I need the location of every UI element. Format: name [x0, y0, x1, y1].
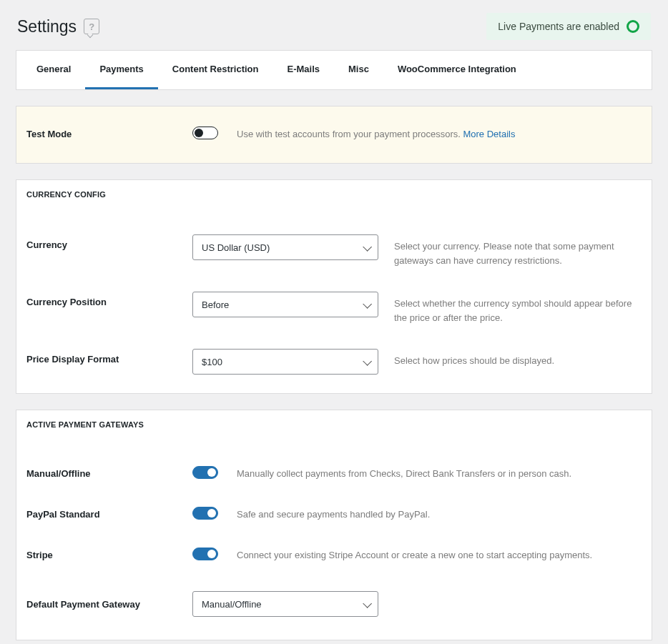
currency-config-panel: Currency Config Currency US Dollar (USD)… [16, 179, 652, 394]
page-title: Settings [17, 17, 77, 36]
toggle-knob [207, 509, 216, 517]
currency-config-title: Currency Config [26, 190, 642, 214]
gateways-panel: Active Payment Gateways Manual/Offline M… [16, 410, 652, 640]
gateway-toggle-manual[interactable] [192, 466, 218, 479]
toggle-knob [207, 550, 216, 558]
price-format-select[interactable]: $100 [192, 349, 378, 375]
tab-payments[interactable]: Payments [85, 51, 157, 89]
currency-position-control: Before [192, 292, 378, 317]
currency-description: Select your currency. Please note that s… [378, 234, 642, 267]
price-format-control: $100 [192, 349, 378, 375]
more-details-link[interactable]: More Details [463, 129, 515, 139]
currency-select[interactable]: US Dollar (USD) [192, 234, 378, 260]
gateway-row-manual: Manual/Offline Manually collect payments… [26, 445, 642, 494]
gateway-label-stripe: Stripe [26, 550, 192, 560]
page-header: Settings ? Live Payments are enabled [0, 0, 668, 50]
gateway-toggle-wrap-paypal [192, 507, 237, 522]
currency-label: Currency [26, 234, 192, 250]
price-format-description: Select how prices should be displayed. [378, 349, 642, 368]
gateway-desc-stripe: Connect your existing Stripe Account or … [237, 550, 642, 560]
test-mode-description: Use with test accounts from your payment… [237, 127, 642, 142]
gateway-row-stripe: Stripe Connect your existing Stripe Acco… [26, 535, 642, 575]
currency-position-description: Select whether the currency symbol shoul… [378, 292, 642, 325]
tab-content-restriction[interactable]: Content Restriction [158, 51, 273, 89]
gateway-toggle-stripe[interactable] [192, 548, 218, 560]
gateway-toggle-wrap-stripe [192, 548, 237, 563]
currency-position-select[interactable]: Before [192, 292, 378, 317]
test-mode-label: Test Mode [26, 129, 192, 139]
default-gateway-control: Manual/Offline [192, 591, 378, 617]
gateway-label-paypal: PayPal Standard [26, 509, 192, 520]
gateway-desc-manual: Manually collect payments from Checks, D… [237, 468, 642, 479]
test-mode-desc-text: Use with test accounts from your payment… [237, 129, 463, 139]
test-mode-control [192, 127, 237, 142]
tab-emails[interactable]: E-Mails [272, 51, 334, 89]
test-mode-panel: Test Mode Use with test accounts from yo… [16, 106, 652, 164]
tab-woocommerce[interactable]: WooCommerce Integration [383, 51, 531, 89]
test-mode-toggle[interactable] [192, 127, 218, 139]
gateway-row-paypal: PayPal Standard Safe and secure payments… [26, 494, 642, 535]
gateway-label-manual: Manual/Offline [26, 468, 192, 479]
currency-row: Currency US Dollar (USD) Select your cur… [26, 214, 642, 270]
gateway-desc-paypal: Safe and secure payments handled by PayP… [237, 509, 642, 520]
toggle-knob [207, 468, 216, 477]
currency-position-row: Currency Position Before Select whether … [26, 270, 642, 327]
status-text: Live Payments are enabled [498, 21, 619, 32]
tabs-nav: General Payments Content Restriction E-M… [16, 50, 652, 90]
tab-misc[interactable]: Misc [334, 51, 383, 89]
gateway-toggle-paypal[interactable] [192, 507, 218, 520]
toggle-knob [195, 129, 203, 137]
currency-position-label: Currency Position [26, 292, 192, 307]
price-format-label: Price Display Format [26, 349, 192, 365]
help-icon[interactable]: ? [84, 19, 99, 34]
gateway-toggle-wrap-manual [192, 466, 237, 481]
test-mode-row: Test Mode Use with test accounts from yo… [26, 117, 642, 147]
status-badge: Live Payments are enabled [486, 13, 651, 40]
tab-general[interactable]: General [16, 51, 85, 89]
header-left: Settings ? [17, 17, 99, 36]
gateways-title: Active Payment Gateways [26, 420, 642, 445]
price-format-row: Price Display Format $100 Select how pri… [26, 327, 642, 377]
default-gateway-row: Default Payment Gateway Manual/Offline [26, 575, 642, 624]
default-gateway-select[interactable]: Manual/Offline [192, 591, 378, 617]
default-gateway-label: Default Payment Gateway [26, 599, 192, 610]
status-circle-icon [627, 20, 639, 33]
currency-control: US Dollar (USD) [192, 234, 378, 260]
